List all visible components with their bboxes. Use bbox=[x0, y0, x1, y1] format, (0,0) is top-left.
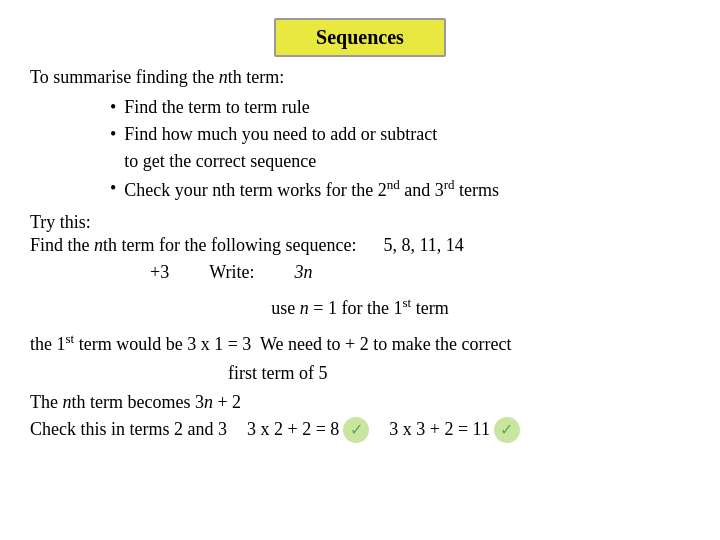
bullet-2: • Find how much you need to add or subtr… bbox=[110, 121, 690, 175]
find-nth-line: Find the nth term for the following sequ… bbox=[30, 235, 690, 256]
checkmark-1: ✓ bbox=[343, 417, 369, 443]
write-line: +3Write:3n bbox=[150, 262, 690, 283]
bullets-section: • Find the term to term rule • Find how … bbox=[110, 94, 690, 204]
try-this: Try this: bbox=[30, 212, 690, 233]
nth-term-becomes: The nth term becomes 3n + 2 bbox=[30, 392, 690, 413]
title-box: Sequences bbox=[274, 18, 446, 57]
use-n-line: use n = 1 for the 1st term bbox=[30, 295, 690, 319]
title-text: Sequences bbox=[316, 26, 404, 48]
checkmark-2: ✓ bbox=[494, 417, 520, 443]
summarise-line: To summarise finding the nth term: bbox=[30, 67, 690, 88]
bullet-1: • Find the term to term rule bbox=[110, 94, 690, 121]
bullet-3: • Check your nth term works for the 2nd … bbox=[110, 175, 690, 204]
first-term-line: the 1st term would be 3 x 1 = 3 We need … bbox=[30, 329, 690, 388]
check-line: Check this in terms 2 and 3 3 x 2 + 2 = … bbox=[30, 417, 690, 443]
